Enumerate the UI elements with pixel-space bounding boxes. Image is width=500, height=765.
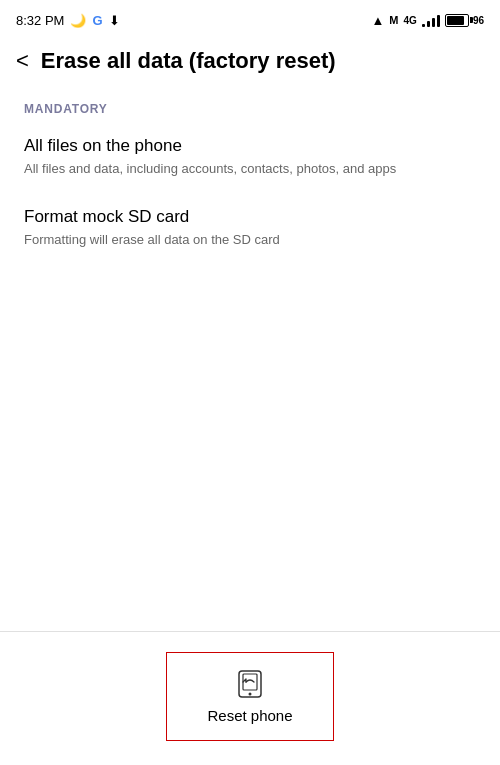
reset-phone-icon [235,669,265,699]
section-label: MANDATORY [24,102,476,116]
svg-rect-1 [243,674,257,690]
bottom-bar: Reset phone [0,631,500,765]
item-all-files: All files on the phone All files and dat… [24,136,476,178]
status-time-area: 8:32 PM 🌙 G ⬇ [16,13,120,28]
status-icons-area: ▲ M 4G 96 [371,13,484,28]
battery-icon [445,14,469,27]
network-type-icon: 4G [404,15,417,26]
google-icon: G [92,13,102,28]
wifi-icon: ▲ [371,13,384,28]
item-title-sd-card: Format mock SD card [24,207,476,227]
battery-percent: 96 [473,15,484,26]
back-button[interactable]: < [16,48,29,74]
item-desc-sd-card: Formatting will erase all data on the SD… [24,231,476,249]
status-bar: 8:32 PM 🌙 G ⬇ ▲ M 4G 96 [0,0,500,36]
item-sd-card: Format mock SD card Formatting will eras… [24,207,476,249]
signal-icon: M [389,14,398,26]
page-header: < Erase all data (factory reset) [0,36,500,86]
reset-phone-button[interactable]: Reset phone [166,652,333,741]
signal-bars-icon [422,13,440,27]
item-desc-all-files: All files and data, including accounts, … [24,160,476,178]
battery-display: 96 [445,14,484,27]
item-title-all-files: All files on the phone [24,136,476,156]
svg-point-2 [248,693,251,696]
main-content: MANDATORY All files on the phone All fil… [0,86,500,292]
download-icon: ⬇ [109,13,120,28]
moon-icon: 🌙 [70,13,86,28]
page-title: Erase all data (factory reset) [41,48,336,74]
reset-phone-label: Reset phone [207,707,292,724]
time-display: 8:32 PM [16,13,64,28]
